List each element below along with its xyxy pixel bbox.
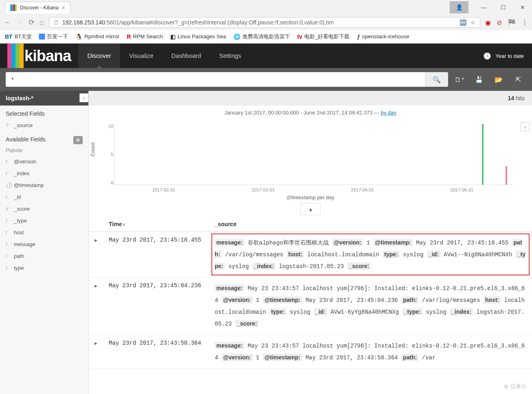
popular-label: Popular (0, 145, 88, 156)
bookmarks-bar: BTBT天堂🅱百度一下🐧Rpmfind mirrorRRPM Search◧Li… (0, 30, 532, 43)
search-row: 🔍 🗋⁺ 💾 📂 ⇱ (0, 68, 532, 91)
time-cell: May 23rd 2017, 23:43:58.364 (103, 335, 209, 369)
search-container: 🔍 (6, 72, 448, 87)
kibana-logo[interactable]: kibana (0, 44, 78, 68)
ext-icon-3[interactable]: 🏁 (508, 19, 516, 26)
index-pattern-selector[interactable]: logstash-* (0, 91, 88, 106)
watermark: ⊕亿速云 (504, 383, 526, 390)
maximize-button[interactable]: ☐ (494, 1, 512, 13)
fields-settings-button[interactable]: ⚙ (73, 136, 83, 144)
discover-content: 14 hits January 1st 2017, 00:00:00.000 -… (89, 91, 532, 394)
expand-row-button[interactable]: ▸ (89, 232, 103, 277)
minimize-button[interactable]: — (474, 1, 493, 13)
nav-settings[interactable]: Settings (210, 44, 250, 68)
bookmark-item[interactable]: ◧Linux Packages Sea (170, 33, 226, 40)
chart-collapse-button[interactable]: ‹ (521, 122, 530, 131)
nav-dashboard[interactable]: Dashboard (163, 44, 210, 68)
bookmark-item[interactable]: RRPM Search (127, 33, 163, 40)
share-button[interactable]: ⇱ (510, 71, 526, 88)
reload-icon[interactable]: ⟳ (29, 18, 35, 27)
address-bar: ← → ⟳ ⌂ 🗋 192.168.253.140:5601/app/kiban… (0, 15, 532, 30)
field-_score[interactable]: #_score (0, 203, 88, 215)
field-@timestamp[interactable]: 🕒@timestamp (0, 179, 88, 191)
x-axis-ticks: 2017-02-012017-03-012017-04-012017-05-01 (114, 187, 512, 192)
results-table: Time▾ _source ▸ May 23rd 2017, 23:45:18.… (89, 217, 532, 369)
timepicker[interactable]: 🕓 Year to date (483, 52, 532, 60)
window-controls: 👤 — ☐ ✕ (450, 1, 532, 13)
source-cell: message: 谷歌alphago和李世石围棋大战 @version: 1 @… (209, 232, 532, 277)
home-icon[interactable]: ⌂ (40, 18, 44, 27)
sidebar-collapse-button[interactable]: ‹ (79, 93, 88, 102)
field-message[interactable]: tmessage (0, 238, 88, 250)
page-info-icon[interactable]: 🗋 (53, 19, 59, 26)
open-search-button[interactable]: 📂 (490, 71, 507, 88)
table-row: ▸ May 23rd 2017, 23:45:18.455 message: 谷… (89, 232, 532, 277)
kibana-nav: DiscoverVisualizeDashboardSettings (78, 44, 250, 68)
url-input[interactable]: 🗋 192.168.253.140:5601/app/kibana#/disco… (49, 17, 480, 28)
sidebar: logstash-* ‹ Selected Fields ?_source Av… (0, 91, 89, 394)
field-host[interactable]: thost (0, 227, 88, 238)
bookmark-item[interactable]: ƒopenstack-icehouse (357, 33, 409, 40)
nav-discover[interactable]: Discover (78, 44, 120, 68)
back-icon[interactable]: ← (4, 18, 11, 27)
histogram-bar[interactable] (482, 124, 484, 185)
time-column-header[interactable]: Time▾ (103, 217, 209, 232)
available-fields-header: Available Fields ⚙ (0, 131, 88, 145)
search-input[interactable] (6, 72, 425, 87)
main-content: logstash-* ‹ Selected Fields ?_source Av… (0, 91, 532, 394)
hits-count: 14 hits (89, 91, 532, 106)
x-axis-label: @timestamp per day (89, 195, 532, 200)
plot-area (114, 124, 512, 185)
chart-time-range: January 1st 2017, 00:00:00.000 - June 2n… (89, 106, 532, 120)
bookmark-item[interactable]: 🌐免费高清电影迅雷下 (233, 33, 290, 40)
new-search-button[interactable]: 🗋⁺ (451, 71, 468, 88)
table-row: ▸ May 23rd 2017, 23:43:58.364 message: M… (89, 335, 532, 369)
user-icon[interactable]: 👤 (450, 1, 468, 13)
interval-link[interactable]: by day (381, 110, 396, 116)
field-_type[interactable]: t_type (0, 215, 88, 227)
field-type[interactable]: ttype (0, 262, 88, 274)
search-button[interactable]: 🔍 (425, 72, 448, 87)
nav-visualize[interactable]: Visualize (120, 44, 163, 68)
ext-icon-1[interactable]: ◉ (485, 19, 491, 26)
kibana-favicon (10, 4, 17, 11)
close-tab-icon[interactable]: × (62, 4, 65, 11)
expand-row-button[interactable]: ▸ (89, 277, 103, 335)
bookmark-item[interactable]: 🐧Rpmfind mirror (75, 33, 119, 40)
bookmark-item[interactable]: 🅱百度一下 (39, 33, 68, 40)
field-_index[interactable]: t_index (0, 167, 88, 179)
tab-bar: Discover - Kibana × 👤 — ☐ ✕ (0, 0, 532, 15)
star-icon[interactable]: ☆ (470, 19, 476, 26)
y-axis-ticks: 1050 (106, 124, 113, 185)
selected-fields-header: Selected Fields (0, 106, 88, 119)
save-search-button[interactable]: 💾 (471, 71, 487, 88)
bookmark-item[interactable]: BTBT天堂 (5, 33, 32, 40)
clock-icon: 🕓 (483, 52, 491, 60)
field-@version[interactable]: t@version (0, 156, 88, 167)
time-cell: May 23rd 2017, 23:45:18.455 (103, 232, 209, 277)
field-source[interactable]: ?_source (0, 119, 88, 131)
ext-icon-2[interactable]: ⊘ (497, 19, 502, 26)
tab-title: Discover - Kibana (20, 5, 59, 11)
source-cell: message: May 23 23:43:57 localhost yum[2… (209, 335, 532, 369)
source-column-header[interactable]: _source (209, 217, 532, 232)
expand-row-button[interactable]: ▸ (89, 335, 103, 369)
kibana-topbar: kibana DiscoverVisualizeDashboardSetting… (0, 44, 532, 68)
table-row: ▸ May 23rd 2017, 23:45:04.236 message: M… (89, 277, 532, 335)
menu-icon[interactable]: ⋮ (521, 19, 528, 26)
time-cell: May 23rd 2017, 23:45:04.236 (103, 277, 209, 335)
url-host: 192.168.253.140 (62, 19, 105, 26)
bookmark-item[interactable]: tv电影_好看电影下载 (297, 33, 350, 40)
histogram-chart[interactable]: ‹ Count 1050 2017-02-012017-03-012017-04… (89, 120, 532, 201)
translate-icon[interactable]: 🔤 (459, 19, 466, 26)
source-cell: message: May 23 23:43:57 localhost yum[2… (209, 277, 532, 335)
field-_id[interactable]: t_id (0, 191, 88, 203)
collapse-chart-button[interactable]: ▴ (300, 203, 321, 215)
histogram-bar[interactable] (506, 166, 507, 185)
extensions: ◉ ⊘ 🏁 ⋮ (485, 19, 528, 26)
forward-icon[interactable]: → (16, 18, 24, 27)
close-window-button[interactable]: ✕ (513, 1, 532, 13)
field-path[interactable]: tpath (0, 250, 88, 262)
y-axis-label: Count (90, 142, 96, 156)
browser-tab[interactable]: Discover - Kibana × (5, 2, 70, 13)
